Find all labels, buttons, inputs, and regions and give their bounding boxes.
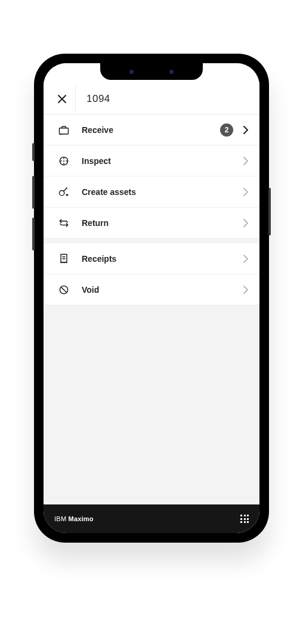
menu-item-return[interactable]: Return (44, 208, 259, 239)
footer-bar: IBM Maximo (44, 504, 259, 533)
menu-item-label: Create assets (72, 187, 242, 197)
menu-item-receive[interactable]: Receive 2 (44, 114, 259, 145)
phone-frame: 1094 Receive 2 (34, 54, 269, 543)
menu-item-receipts[interactable]: Receipts (44, 243, 259, 274)
return-icon (55, 217, 72, 229)
brand-label: IBM Maximo (54, 515, 94, 522)
menu-item-inspect[interactable]: Inspect (44, 145, 259, 177)
menu-item-create-assets[interactable]: Create assets (44, 177, 259, 208)
chevron-right-icon (242, 255, 250, 263)
side-button (32, 176, 35, 209)
receive-icon (55, 124, 72, 136)
chevron-right-icon (242, 219, 250, 227)
chevron-right-icon (242, 126, 250, 134)
side-button (268, 188, 271, 236)
menu-item-label: Receipts (72, 254, 242, 264)
inspect-icon (55, 155, 72, 167)
notch (100, 63, 203, 80)
side-button (32, 143, 35, 161)
brand-name: Maximo (69, 515, 94, 522)
menu-item-label: Inspect (72, 156, 242, 166)
chevron-right-icon (242, 286, 250, 294)
menu-item-label: Receive (72, 125, 220, 135)
svg-rect-0 (60, 128, 69, 134)
chevron-right-icon (242, 157, 250, 165)
menu-item-void[interactable]: Void (44, 274, 259, 305)
chevron-right-icon (242, 188, 250, 196)
empty-area (44, 305, 259, 504)
menu-item-label: Void (72, 285, 242, 295)
screen: 1094 Receive 2 (44, 63, 259, 533)
close-icon (57, 94, 67, 104)
close-button[interactable] (48, 85, 76, 113)
menu-list: Receive 2 Inspect (44, 114, 259, 305)
receipts-icon (55, 253, 72, 265)
section-divider (44, 239, 259, 243)
svg-point-2 (63, 160, 64, 161)
badge-count: 2 (220, 123, 233, 137)
brand-prefix: IBM (54, 515, 66, 522)
app-grid-icon[interactable] (240, 515, 249, 523)
page-title: 1094 (76, 93, 110, 105)
side-button (32, 218, 35, 250)
void-icon (55, 284, 72, 296)
menu-item-label: Return (72, 218, 242, 228)
create-assets-icon (55, 186, 72, 198)
